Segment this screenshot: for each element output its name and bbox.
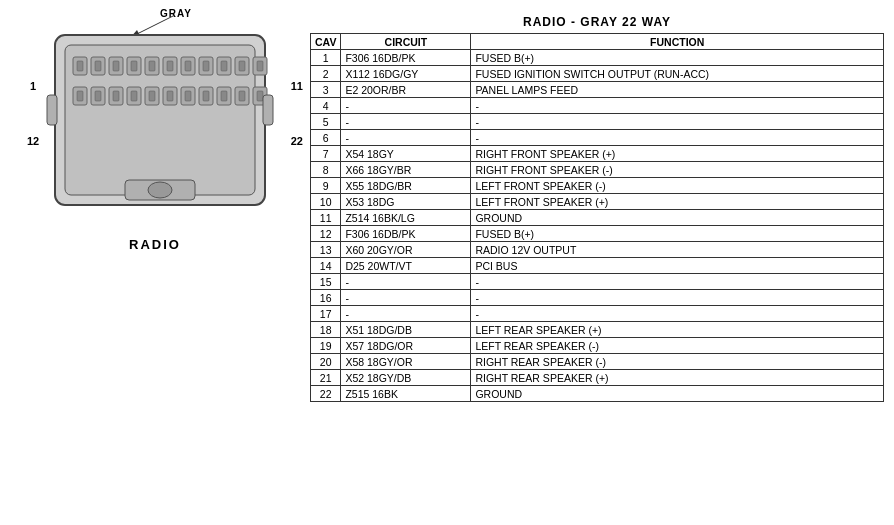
cell-function: FUSED B(+): [471, 226, 884, 242]
cell-circuit: -: [341, 274, 471, 290]
svg-rect-41: [149, 91, 155, 101]
cell-cav: 12: [311, 226, 341, 242]
svg-rect-21: [185, 61, 191, 71]
cell-cav: 1: [311, 50, 341, 66]
cell-circuit: E2 20OR/BR: [341, 82, 471, 98]
cell-cav: 6: [311, 130, 341, 146]
svg-rect-18: [131, 61, 137, 71]
cell-circuit: -: [341, 290, 471, 306]
cell-circuit: X52 18GY/DB: [341, 370, 471, 386]
cell-cav: 3: [311, 82, 341, 98]
cell-function: PANEL LAMPS FEED: [471, 82, 884, 98]
cell-cav: 11: [311, 210, 341, 226]
cell-circuit: F306 16DB/PK: [341, 50, 471, 66]
cell-function: GROUND: [471, 386, 884, 402]
cell-function: RIGHT FRONT SPEAKER (-): [471, 162, 884, 178]
cell-function: -: [471, 290, 884, 306]
cell-circuit: X54 18GY: [341, 146, 471, 162]
cell-function: RIGHT REAR SPEAKER (-): [471, 354, 884, 370]
radio-label: RADIO: [129, 237, 181, 252]
cell-circuit: X66 18GY/BR: [341, 162, 471, 178]
table-title: RADIO - GRAY 22 WAY: [310, 15, 884, 29]
svg-rect-17: [113, 61, 119, 71]
table-row: 21X52 18GY/DBRIGHT REAR SPEAKER (+): [311, 370, 884, 386]
table-row: 8X66 18GY/BRRIGHT FRONT SPEAKER (-): [311, 162, 884, 178]
cell-circuit: X112 16DG/GY: [341, 66, 471, 82]
cell-function: PCI BUS: [471, 258, 884, 274]
cell-cav: 18: [311, 322, 341, 338]
table-row: 7X54 18GYRIGHT FRONT SPEAKER (+): [311, 146, 884, 162]
cell-circuit: X51 18DG/DB: [341, 322, 471, 338]
svg-rect-16: [95, 61, 101, 71]
cell-cav: 4: [311, 98, 341, 114]
cell-function: FUSED IGNITION SWITCH OUTPUT (RUN-ACC): [471, 66, 884, 82]
cell-circuit: X60 20GY/OR: [341, 242, 471, 258]
table-row: 15--: [311, 274, 884, 290]
table-row: 10X53 18DGLEFT FRONT SPEAKER (+): [311, 194, 884, 210]
svg-rect-44: [203, 91, 209, 101]
cell-function: LEFT FRONT SPEAKER (+): [471, 194, 884, 210]
svg-rect-49: [263, 95, 273, 125]
svg-rect-20: [167, 61, 173, 71]
svg-rect-46: [239, 91, 245, 101]
cell-circuit: X55 18DG/BR: [341, 178, 471, 194]
table-row: 19X57 18DG/ORLEFT REAR SPEAKER (-): [311, 338, 884, 354]
cell-circuit: -: [341, 114, 471, 130]
cell-cav: 22: [311, 386, 341, 402]
cell-function: -: [471, 114, 884, 130]
table-row: 17--: [311, 306, 884, 322]
svg-rect-37: [77, 91, 83, 101]
cell-function: RIGHT REAR SPEAKER (+): [471, 370, 884, 386]
svg-rect-48: [47, 95, 57, 125]
pin-label-1: 1: [30, 80, 36, 92]
cell-circuit: X57 18DG/OR: [341, 338, 471, 354]
svg-rect-43: [185, 91, 191, 101]
table-row: 16--: [311, 290, 884, 306]
cell-cav: 9: [311, 178, 341, 194]
cell-cav: 2: [311, 66, 341, 82]
svg-rect-38: [95, 91, 101, 101]
cell-circuit: -: [341, 306, 471, 322]
cell-cav: 5: [311, 114, 341, 130]
table-row: 3E2 20OR/BRPANEL LAMPS FEED: [311, 82, 884, 98]
header-circuit: CIRCUIT: [341, 34, 471, 50]
cell-circuit: Z514 16BK/LG: [341, 210, 471, 226]
table-row: 6--: [311, 130, 884, 146]
cell-circuit: -: [341, 98, 471, 114]
cell-cav: 10: [311, 194, 341, 210]
svg-rect-45: [221, 91, 227, 101]
pin-label-22: 22: [291, 135, 303, 147]
svg-rect-47: [257, 91, 263, 101]
cell-cav: 13: [311, 242, 341, 258]
svg-rect-19: [149, 61, 155, 71]
table-row: 4--: [311, 98, 884, 114]
right-panel: RADIO - GRAY 22 WAY CAV CIRCUIT FUNCTION…: [300, 10, 884, 402]
table-row: 14D25 20WT/VTPCI BUS: [311, 258, 884, 274]
wiring-table: CAV CIRCUIT FUNCTION 1F306 16DB/PKFUSED …: [310, 33, 884, 402]
cell-function: -: [471, 274, 884, 290]
svg-rect-22: [203, 61, 209, 71]
cell-circuit: X53 18DG: [341, 194, 471, 210]
cell-cav: 7: [311, 146, 341, 162]
cell-cav: 16: [311, 290, 341, 306]
pin-label-11: 11: [291, 80, 303, 92]
cell-cav: 14: [311, 258, 341, 274]
table-row: 12F306 16DB/PKFUSED B(+): [311, 226, 884, 242]
cell-circuit: X58 18GY/OR: [341, 354, 471, 370]
cell-function: -: [471, 130, 884, 146]
cell-function: FUSED B(+): [471, 50, 884, 66]
cell-function: RIGHT FRONT SPEAKER (+): [471, 146, 884, 162]
cell-circuit: F306 16DB/PK: [341, 226, 471, 242]
table-row: 18X51 18DG/DBLEFT REAR SPEAKER (+): [311, 322, 884, 338]
svg-rect-39: [113, 91, 119, 101]
cell-function: LEFT REAR SPEAKER (-): [471, 338, 884, 354]
left-panel: GRAY 1 12 11 22: [10, 10, 300, 252]
cell-circuit: Z515 16BK: [341, 386, 471, 402]
table-row: 13X60 20GY/ORRADIO 12V OUTPUT: [311, 242, 884, 258]
cell-cav: 19: [311, 338, 341, 354]
cell-function: -: [471, 98, 884, 114]
cell-circuit: -: [341, 130, 471, 146]
cell-cav: 21: [311, 370, 341, 386]
svg-rect-24: [239, 61, 245, 71]
cell-cav: 17: [311, 306, 341, 322]
